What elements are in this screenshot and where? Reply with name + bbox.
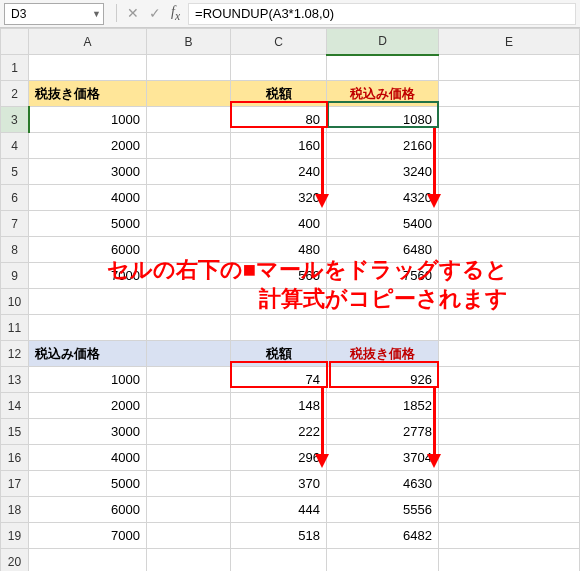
cell[interactable]: 160 (231, 133, 327, 159)
cell[interactable]: 148 (231, 393, 327, 419)
row-header[interactable]: 18 (1, 497, 29, 523)
cell[interactable]: 320 (231, 185, 327, 211)
col-header-a[interactable]: A (29, 29, 147, 55)
cell[interactable]: 518 (231, 523, 327, 549)
formula-text: =ROUNDUP(A3*1.08,0) (195, 6, 334, 21)
col-header-d[interactable]: D (327, 29, 439, 55)
cell[interactable]: 4630 (327, 471, 439, 497)
row-header[interactable]: 5 (1, 159, 29, 185)
cell[interactable]: 5556 (327, 497, 439, 523)
formula-input[interactable]: =ROUNDUP(A3*1.08,0) (188, 3, 576, 25)
row-header[interactable]: 19 (1, 523, 29, 549)
cell[interactable]: 5400 (327, 211, 439, 237)
cell[interactable]: 4000 (29, 185, 147, 211)
cell[interactable]: 370 (231, 471, 327, 497)
col-header-c[interactable]: C (231, 29, 327, 55)
cell[interactable]: 7000 (29, 523, 147, 549)
cell[interactable]: 926 (327, 367, 439, 393)
cell[interactable]: 1852 (327, 393, 439, 419)
cell[interactable]: 1080 (327, 107, 439, 133)
cell[interactable]: 3704 (327, 445, 439, 471)
row-header[interactable]: 14 (1, 393, 29, 419)
cell[interactable]: 2000 (29, 393, 147, 419)
cell[interactable] (147, 341, 231, 367)
formula-bar-buttons: ✕ ✓ fx (108, 4, 188, 23)
row-header[interactable]: 20 (1, 549, 29, 572)
annotation-line1: セルの右下の■マールをドラッグすると (8, 256, 508, 285)
cell[interactable]: 4320 (327, 185, 439, 211)
row-header[interactable]: 13 (1, 367, 29, 393)
cell[interactable]: 74 (231, 367, 327, 393)
col-header-b[interactable]: B (147, 29, 231, 55)
cell[interactable]: 222 (231, 419, 327, 445)
cell[interactable]: 5000 (29, 471, 147, 497)
row-header[interactable]: 1 (1, 55, 29, 81)
row-header[interactable]: 17 (1, 471, 29, 497)
cell[interactable]: 税込み価格 (327, 81, 439, 107)
cell[interactable]: 1000 (29, 107, 147, 133)
annotation-line2: 計算式がコピーされます (8, 285, 508, 314)
row-header[interactable]: 15 (1, 419, 29, 445)
row-header[interactable]: 6 (1, 185, 29, 211)
cell[interactable]: 2778 (327, 419, 439, 445)
row-header[interactable]: 7 (1, 211, 29, 237)
cell[interactable]: 3000 (29, 419, 147, 445)
cell[interactable]: 80 (231, 107, 327, 133)
row-header[interactable]: 12 (1, 341, 29, 367)
spreadsheet[interactable]: A B C D E 1 2 税抜き価格 税額 税込み価格 3 1000 80 1… (0, 28, 580, 571)
row-header[interactable]: 11 (1, 315, 29, 341)
cell[interactable]: 2160 (327, 133, 439, 159)
fx-icon[interactable]: fx (171, 4, 180, 23)
row-header[interactable]: 4 (1, 133, 29, 159)
cancel-icon[interactable]: ✕ (127, 5, 139, 21)
cell[interactable]: 444 (231, 497, 327, 523)
select-all-corner[interactable] (1, 29, 29, 55)
separator (116, 4, 117, 22)
chevron-down-icon[interactable]: ▼ (92, 9, 101, 19)
cell[interactable]: 6482 (327, 523, 439, 549)
row-header[interactable]: 16 (1, 445, 29, 471)
row-header[interactable]: 2 (1, 81, 29, 107)
cell[interactable]: 4000 (29, 445, 147, 471)
row-header[interactable]: 3 (1, 107, 29, 133)
cell[interactable]: 400 (231, 211, 327, 237)
cell[interactable]: 3000 (29, 159, 147, 185)
cell[interactable]: 税額 (231, 81, 327, 107)
cell[interactable]: 3240 (327, 159, 439, 185)
cell[interactable]: 税込み価格 (29, 341, 147, 367)
cell[interactable] (147, 81, 231, 107)
cell[interactable]: 税抜き価格 (29, 81, 147, 107)
formula-bar: D3 ▼ ✕ ✓ fx =ROUNDUP(A3*1.08,0) (0, 0, 580, 28)
cell[interactable]: 1000 (29, 367, 147, 393)
col-header-e[interactable]: E (439, 29, 580, 55)
cell[interactable]: 5000 (29, 211, 147, 237)
annotation-text: セルの右下の■マールをドラッグすると 計算式がコピーされます (8, 256, 508, 313)
enter-icon[interactable]: ✓ (149, 5, 161, 21)
cell[interactable]: 296 (231, 445, 327, 471)
cell[interactable]: 2000 (29, 133, 147, 159)
cell[interactable]: 240 (231, 159, 327, 185)
cell[interactable]: 6000 (29, 497, 147, 523)
cell[interactable]: 税額 (231, 341, 327, 367)
cell[interactable]: 税抜き価格 (327, 341, 439, 367)
name-box-value: D3 (11, 7, 26, 21)
name-box[interactable]: D3 ▼ (4, 3, 104, 25)
